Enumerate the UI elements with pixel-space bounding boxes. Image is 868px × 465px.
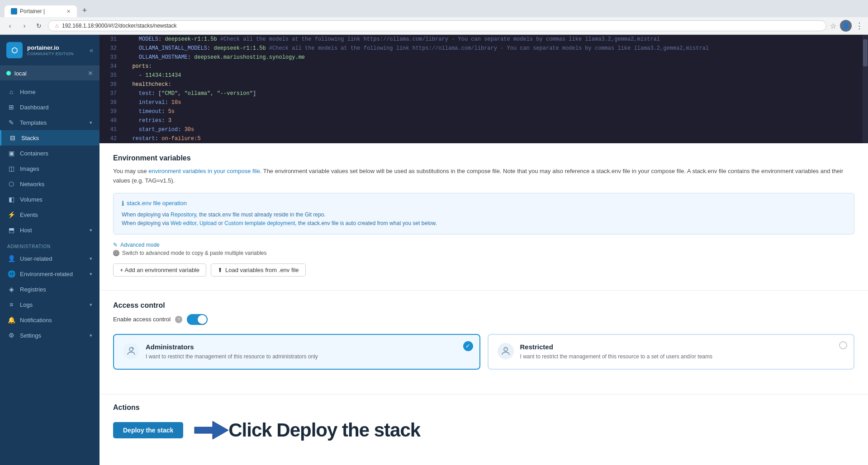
logs-icon: ≡	[7, 301, 15, 308]
code-line-34: 34 ports:	[100, 62, 868, 71]
tab-favicon	[11, 8, 17, 14]
access-control-toggle[interactable]	[187, 314, 208, 325]
address-text: 192.168.1.18:9000/#!/2/docker/stacks/new…	[62, 23, 177, 29]
sidebar-label-user-related: User-related	[20, 255, 52, 262]
menu-button[interactable]: ⋮	[855, 21, 863, 31]
code-line-33: 33 OLLAMA_HOSTNAME: deepseek.mariushosti…	[100, 53, 868, 62]
back-button[interactable]: ‹	[5, 20, 15, 31]
sidebar-item-containers[interactable]: ▣ Containers	[0, 146, 100, 161]
sidebar-label-env-related: Environment-related	[20, 271, 73, 277]
env-related-icon: 🌐	[7, 270, 15, 277]
reload-button[interactable]: ↻	[33, 20, 44, 31]
code-line-35: 35 - 11434:11434	[100, 71, 868, 80]
env-section-desc: You may use environment variables in you…	[113, 167, 854, 186]
sidebar-item-stacks[interactable]: ⊟ Stacks	[0, 130, 100, 146]
upload-link[interactable]: Upload	[199, 220, 217, 226]
sidebar-label-volumes: Volumes	[20, 196, 43, 203]
access-cards-container: ✓ Administrators I want to restrict the …	[113, 334, 854, 370]
repo-link[interactable]: Repository	[171, 211, 196, 218]
custom-template-link[interactable]: Custom template deployment	[224, 220, 295, 226]
admin-card-radio-checked: ✓	[463, 341, 473, 351]
tab-close-button[interactable]: ✕	[66, 9, 71, 14]
actions-section: Actions Deploy the stack Click Deploy th…	[100, 394, 868, 451]
networks-icon: ⬡	[7, 180, 15, 188]
upload-icon: ⬆	[218, 267, 223, 273]
arrow-annotation: Click Deploy the stack	[192, 419, 420, 442]
address-bar[interactable]: ⚠ 192.168.1.18:9000/#!/2/docker/stacks/n…	[48, 20, 826, 31]
notifications-icon: 🔔	[7, 316, 15, 324]
code-line-37: 37 test: ["CMD", "ollama", "--version"]	[100, 89, 868, 98]
sidebar-item-logs[interactable]: ≡ Logs ▾	[0, 297, 100, 312]
svg-point-0	[129, 348, 133, 351]
restricted-card[interactable]: Restricted I want to restrict the manage…	[488, 334, 855, 370]
sidebar-item-dashboard[interactable]: ⊞ Dashboard	[0, 99, 100, 115]
code-line-32: 32 OLLAMA_INSTALL_MODELS: deepseek-r1:1.…	[100, 44, 868, 53]
sidebar-label-images: Images	[20, 165, 39, 172]
arrow-icon	[192, 419, 228, 442]
environment-name: local	[14, 70, 27, 77]
actions-row: Deploy the stack Click Deploy the stack	[113, 419, 854, 442]
environment-selector[interactable]: local ✕	[0, 66, 100, 80]
sidebar-collapse-button[interactable]: «	[90, 47, 93, 54]
code-scrollbar[interactable]	[863, 35, 868, 143]
access-toggle-row: Enable access control ?	[113, 314, 854, 325]
svg-point-1	[504, 348, 508, 351]
env-compose-link[interactable]: environment variables in your compose fi…	[148, 168, 260, 174]
administrators-card[interactable]: ✓ Administrators I want to restrict the …	[113, 334, 480, 370]
info-box-line2: When deploying via Web editor, Upload or…	[122, 219, 846, 228]
env-vars-section: Environment variables You may use enviro…	[100, 143, 868, 394]
switch-info-icon: ⓘ	[113, 250, 119, 256]
active-tab[interactable]: Portainer | ✕	[5, 5, 77, 17]
sidebar-item-env-related[interactable]: 🌐 Environment-related ▾	[0, 266, 100, 282]
logo-text-block: portainer.io COMMUNITY EDITION	[27, 44, 74, 56]
restricted-card-radio	[839, 341, 847, 349]
sidebar-item-user-related[interactable]: 👤 User-related ▾	[0, 251, 100, 266]
environment-close-icon[interactable]: ✕	[88, 70, 93, 77]
advanced-mode-link[interactable]: ✎ Advanced mode	[113, 242, 854, 248]
sidebar-logo: ⬡ portainer.io COMMUNITY EDITION «	[0, 35, 100, 66]
profile-button[interactable]: 👤	[840, 20, 852, 32]
add-env-variable-button[interactable]: + Add an environment variable	[113, 263, 206, 277]
sidebar-item-templates[interactable]: ✎ Templates ▾	[0, 115, 100, 130]
admin-card-title: Administrators	[146, 343, 318, 351]
env-section-title: Environment variables	[113, 154, 854, 162]
sidebar-item-settings[interactable]: ⚙ Settings ▾	[0, 328, 100, 343]
settings-chevron: ▾	[90, 333, 92, 338]
host-chevron-icon: ▾	[90, 227, 92, 233]
env-related-chevron: ▾	[90, 271, 92, 277]
actions-title: Actions	[113, 404, 854, 412]
scroll-thumb[interactable]	[863, 39, 868, 66]
deploy-stack-button[interactable]: Deploy the stack	[113, 422, 183, 438]
sidebar: ⬡ portainer.io COMMUNITY EDITION « local…	[0, 35, 100, 465]
load-env-file-button[interactable]: ⬆ Load variables from .env file	[211, 263, 306, 277]
sidebar-item-home[interactable]: ⌂ Home	[0, 84, 100, 99]
bookmark-button[interactable]: ☆	[830, 22, 836, 30]
sidebar-item-events[interactable]: ⚡ Events	[0, 207, 100, 222]
new-tab-button[interactable]: +	[78, 4, 91, 17]
browser-chrome: Portainer | ✕ +	[0, 0, 868, 17]
app-container: ⬡ portainer.io COMMUNITY EDITION « local…	[0, 35, 868, 465]
access-info-icon: ?	[175, 316, 182, 323]
sidebar-label-events: Events	[20, 211, 38, 218]
admin-section-label: Administration	[0, 238, 100, 251]
logs-chevron: ▾	[90, 302, 92, 308]
browser-toolbar: ‹ › ↻ ⚠ 192.168.1.18:9000/#!/2/docker/st…	[0, 17, 868, 35]
admin-card-icon	[123, 343, 139, 359]
switch-mode-hint: ⓘ Switch to advanced mode to copy & past…	[113, 250, 854, 256]
sidebar-label-dashboard: Dashboard	[20, 104, 49, 111]
sidebar-nav: ⌂ Home ⊞ Dashboard ✎ Templates ▾ ⊟ Stack…	[0, 80, 100, 465]
sidebar-item-registries[interactable]: ◈ Registries	[0, 282, 100, 297]
sidebar-item-host[interactable]: ⬒ Host ▾	[0, 222, 100, 238]
web-editor-link[interactable]: Web editor	[171, 220, 196, 226]
sidebar-label-notifications: Notifications	[20, 317, 52, 324]
code-line-41: 41 start_period: 30s	[100, 125, 868, 134]
sidebar-item-notifications[interactable]: 🔔 Notifications	[0, 312, 100, 328]
images-icon: ◫	[7, 165, 15, 172]
templates-icon: ✎	[7, 119, 15, 126]
logo-sub: COMMUNITY EDITION	[27, 52, 74, 56]
sidebar-item-volumes[interactable]: ◧ Volumes	[0, 192, 100, 207]
sidebar-item-images[interactable]: ◫ Images	[0, 161, 100, 176]
sidebar-label-logs: Logs	[20, 301, 33, 308]
sidebar-item-networks[interactable]: ⬡ Networks	[0, 176, 100, 192]
forward-button[interactable]: ›	[19, 20, 30, 31]
